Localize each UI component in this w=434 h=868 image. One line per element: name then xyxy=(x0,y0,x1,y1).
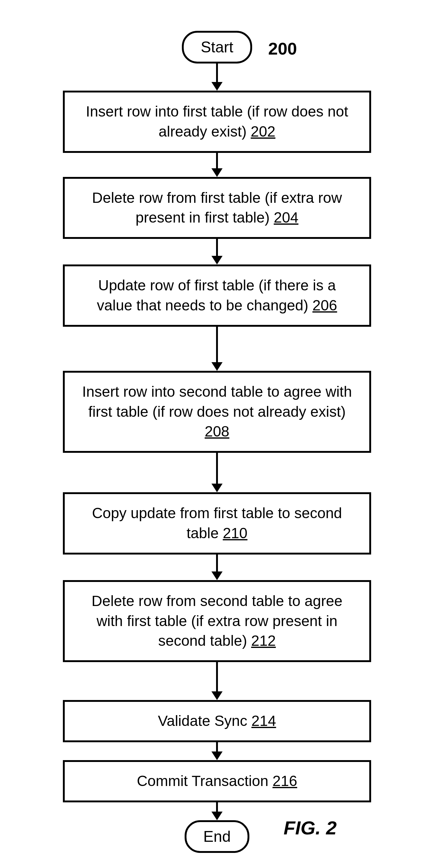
arrow-line xyxy=(216,239,218,256)
start-terminator: Start xyxy=(182,31,252,63)
arrow-5 xyxy=(212,555,222,580)
step-text: Validate Sync xyxy=(158,713,247,729)
step-text: Commit Transaction xyxy=(137,773,269,789)
step-ref: 212 xyxy=(251,632,276,649)
arrow-1 xyxy=(212,153,222,177)
arrow-line xyxy=(216,662,218,691)
arrow-3 xyxy=(212,327,222,371)
figure-label: FIG. 2 xyxy=(284,817,337,839)
process-step-214: Validate Sync 214 xyxy=(63,700,371,742)
arrow-4 xyxy=(212,453,222,492)
flowchart-container: Start Insert row into first table (if ro… xyxy=(63,31,371,853)
step-ref: 202 xyxy=(251,123,275,140)
arrow-head-icon xyxy=(212,168,222,177)
arrow-line xyxy=(216,327,218,362)
process-step-210: Copy update from first table to second t… xyxy=(63,492,371,555)
arrow-6 xyxy=(212,662,222,700)
arrow-head-icon xyxy=(212,812,222,820)
process-step-208: Insert row into second table to agree wi… xyxy=(63,371,371,453)
arrow-7 xyxy=(212,742,222,760)
process-step-206: Update row of first table (if there is a… xyxy=(63,265,371,327)
arrow-line xyxy=(216,742,218,751)
step-ref: 208 xyxy=(205,423,229,439)
arrow-line xyxy=(216,802,218,812)
step-text: Insert row into second table to agree wi… xyxy=(82,383,352,420)
step-ref: 210 xyxy=(223,525,248,541)
step-ref: 204 xyxy=(274,209,299,226)
arrow-line xyxy=(216,555,218,571)
arrow-line xyxy=(216,153,218,168)
diagram-reference-number: 200 xyxy=(268,38,297,59)
step-text: Update row of first table (if there is a… xyxy=(97,277,336,313)
step-ref: 216 xyxy=(273,773,297,789)
step-text: Delete row from second table to agree wi… xyxy=(92,593,342,649)
arrow-line xyxy=(216,63,218,82)
arrow-head-icon xyxy=(212,362,222,371)
step-ref: 206 xyxy=(313,297,337,313)
step-ref: 214 xyxy=(251,713,276,729)
arrow-8 xyxy=(212,802,222,820)
arrow-head-icon xyxy=(212,691,222,700)
process-step-202: Insert row into first table (if row does… xyxy=(63,91,371,153)
process-step-216: Commit Transaction 216 xyxy=(63,760,371,802)
process-step-212: Delete row from second table to agree wi… xyxy=(63,580,371,662)
arrow-head-icon xyxy=(212,484,222,492)
process-step-204: Delete row from first table (if extra ro… xyxy=(63,177,371,239)
step-text: Insert row into first table (if row does… xyxy=(86,103,348,140)
arrow-head-icon xyxy=(212,256,222,265)
step-text: Copy update from first table to second t… xyxy=(92,505,342,541)
arrow-2 xyxy=(212,239,222,265)
arrow-0 xyxy=(212,63,222,91)
end-terminator: End xyxy=(185,820,250,853)
arrow-head-icon xyxy=(212,82,222,91)
step-text: Delete row from first table (if extra ro… xyxy=(92,190,342,226)
arrow-line xyxy=(216,453,218,484)
arrow-head-icon xyxy=(212,571,222,580)
arrow-head-icon xyxy=(212,751,222,760)
